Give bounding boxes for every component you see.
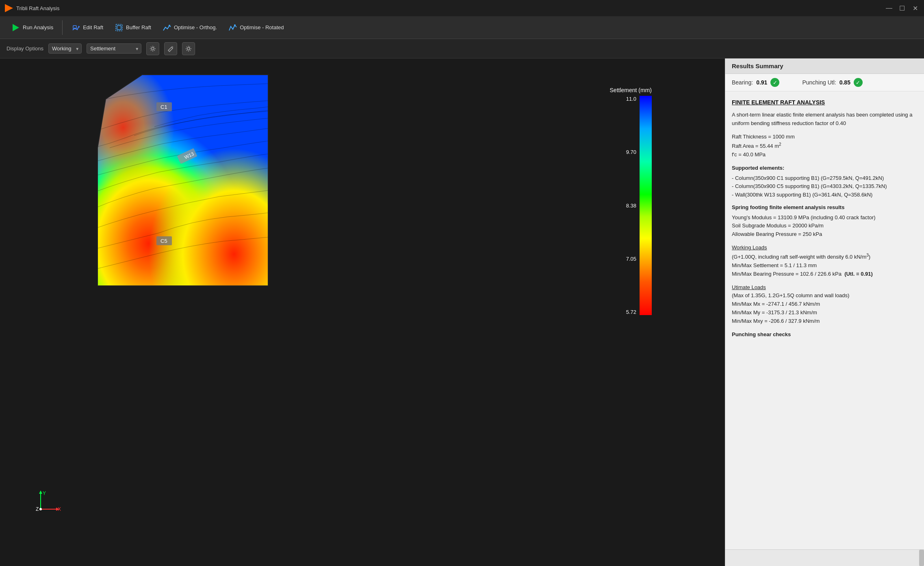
- settlement-select[interactable]: Settlement Bearing Pressure Mx My Mxy: [87, 43, 141, 54]
- svg-point-4: [234, 24, 236, 26]
- buffer-raft-button[interactable]: Buffer Raft: [110, 21, 156, 35]
- app-icon: [5, 4, 13, 12]
- optimise-rotated-icon: [228, 23, 237, 32]
- supported-elements-title: Supported elements:: [732, 164, 917, 173]
- scale-value-3: 8.38: [626, 203, 636, 209]
- scale-labels: 11.0 9.70 8.38 7.05 5.72: [626, 96, 636, 315]
- scale-value-1: 11.0: [626, 96, 636, 102]
- working-loads-desc: (G+1.00Q, including raft self-weight wit…: [732, 254, 870, 260]
- title-bar-controls: — ☐ ✕: [885, 4, 919, 12]
- soil-subgrade: Soil Subgrade Modulus = 20000 kPa/m: [732, 223, 824, 229]
- display-options-label: Display Options: [7, 45, 43, 52]
- bearing-value: 0.91: [756, 79, 767, 86]
- results-summary-row: Bearing: 0.91 ✓ Punching Utl: 0.85 ✓: [725, 74, 924, 91]
- intro-text: A short-term linear elastic finite eleme…: [732, 111, 917, 128]
- punching-shear-title: Punching shear checks: [732, 331, 917, 339]
- bearing-label: Bearing:: [732, 79, 753, 86]
- run-analysis-label: Run Analysis: [23, 24, 53, 30]
- scrollbar-track: [919, 550, 924, 566]
- scale-bar: [640, 96, 652, 315]
- working-select[interactable]: Working Ultimate: [48, 43, 82, 54]
- raft-area: Raft Area = 55.44 m2: [732, 143, 781, 149]
- youngs-modulus: Young's Modulus = 13100.9 MPa (including…: [732, 214, 876, 220]
- play-icon: [11, 23, 20, 32]
- ultimate-loads-link[interactable]: Utimate Loads: [732, 284, 766, 290]
- svg-text:Z: Z: [36, 506, 39, 512]
- svg-point-6: [187, 48, 190, 50]
- min-max-bearing: Min/Max Bearing Pressure = 102.6 / 226.6…: [732, 271, 873, 277]
- scale-value-5: 5.72: [626, 309, 636, 315]
- scale-title: Settlement (mm): [610, 87, 652, 93]
- min-max-mxy: Min/Max Mxy = -206.6 / 327.9 kNm/m: [732, 318, 820, 324]
- scroll-area: [725, 549, 924, 566]
- contour-map-svg: W13 C1 C5: [93, 67, 280, 298]
- toolbar: Run Analysis Edit Raft Buffer Raft Optim…: [0, 16, 924, 39]
- color-scale: Settlement (mm) 11.0 9.70 8.38 7.05 5.72: [610, 87, 652, 315]
- min-max-settlement: Min/Max Settlement = 5.1 / 11.3 mm: [732, 262, 817, 268]
- analysis-title: FINITE ELEMENT RAFT ANALYSIS: [732, 98, 917, 107]
- optimise-rotated-button[interactable]: Optimise - Rotated: [223, 21, 288, 35]
- allowable-bearing: Allowable Bearing Pressure = 250 kPa: [732, 231, 822, 237]
- results-content[interactable]: FINITE ELEMENT RAFT ANALYSIS A short-ter…: [725, 91, 924, 549]
- options-bar: Display Options Working Ultimate Settlem…: [0, 39, 924, 58]
- bearing-summary: Bearing: 0.91 ✓: [732, 78, 779, 87]
- viewport-panel: W13 C1 C5 Settlement (mm) 11.0: [0, 58, 725, 566]
- scale-value-4: 7.05: [626, 256, 636, 262]
- svg-point-21: [39, 508, 42, 510]
- supported-element-1: Column(350x900 C1 supporting B1) (G=2759…: [732, 174, 917, 183]
- close-button[interactable]: ✕: [911, 4, 919, 12]
- svg-rect-2: [117, 26, 121, 30]
- settings-icon-btn-2[interactable]: [182, 42, 195, 55]
- optimise-ortho-label: Optimise - Orthog.: [174, 24, 217, 30]
- min-max-my: Min/Max My = -3175.3 / 21.3 kNm/m: [732, 309, 817, 315]
- supported-element-2: Column(350x900 C5 supporting B1) (G=4303…: [732, 182, 917, 191]
- working-select-wrap: Working Ultimate: [48, 43, 82, 54]
- optimise-ortho-icon: [163, 23, 171, 32]
- spring-details: Young's Modulus = 13100.9 MPa (including…: [732, 214, 917, 239]
- min-max-mx: Min/Max Mx = -2747.1 / 456.7 kNm/m: [732, 301, 820, 307]
- fc-value: f'c = 40.0 MPa: [732, 151, 766, 158]
- edit-raft-button[interactable]: Edit Raft: [67, 21, 108, 35]
- svg-text:X: X: [58, 506, 61, 512]
- working-loads-link[interactable]: Working Loads: [732, 244, 767, 251]
- settlement-select-wrap: Settlement Bearing Pressure Mx My Mxy: [87, 43, 141, 54]
- minimize-button[interactable]: —: [885, 4, 893, 12]
- svg-text:C5: C5: [161, 238, 167, 244]
- working-loads-section: Working Loads (G+1.00Q, including raft s…: [732, 244, 917, 279]
- toolbar-separator-1: [62, 20, 63, 35]
- scrollbar-thumb[interactable]: [919, 550, 924, 566]
- edit-icon-btn[interactable]: [164, 42, 177, 55]
- main-content: W13 C1 C5 Settlement (mm) 11.0: [0, 58, 924, 566]
- maximize-button[interactable]: ☐: [898, 4, 906, 12]
- c5-element: C5: [156, 236, 172, 245]
- buffer-raft-label: Buffer Raft: [126, 24, 151, 30]
- axes-svg: Y X Z: [33, 485, 65, 517]
- results-header: Results Summary: [725, 58, 924, 74]
- buffer-raft-icon: [115, 23, 124, 32]
- punching-summary: Punching Utl: 0.85 ✓: [802, 78, 863, 87]
- spring-title: Spring footing finite element analysis r…: [732, 203, 917, 212]
- svg-marker-15: [39, 490, 42, 494]
- contour-overlay2: [98, 75, 268, 286]
- app-title: Tribli Raft Analysis: [16, 5, 59, 11]
- scale-bar-wrap: 11.0 9.70 8.38 7.05 5.72: [626, 96, 652, 315]
- settings-icon-btn-1[interactable]: [146, 42, 159, 55]
- ultimate-loads-desc: (Max of 1.35G, 1.2G+1.5Q column and wall…: [732, 292, 849, 298]
- run-analysis-button[interactable]: Run Analysis: [7, 21, 58, 35]
- ultimate-loads-section: Utimate Loads (Max of 1.35G, 1.2G+1.5Q c…: [732, 283, 917, 326]
- title-bar-left: Tribli Raft Analysis: [5, 4, 59, 12]
- title-bar: Tribli Raft Analysis — ☐ ✕: [0, 0, 924, 16]
- raft-thickness: Raft Thickness = 1000 mm Raft Area = 55.…: [732, 133, 917, 159]
- scale-value-2: 9.70: [626, 149, 636, 155]
- punching-label: Punching Utl:: [802, 79, 836, 86]
- optimise-ortho-button[interactable]: Optimise - Orthog.: [158, 21, 222, 35]
- axes-indicator: Y X Z: [33, 485, 65, 517]
- results-panel: Results Summary Bearing: 0.91 ✓ Punching…: [725, 58, 924, 566]
- optimise-rotated-label: Optimise - Rotated: [240, 24, 284, 30]
- svg-point-3: [169, 25, 170, 26]
- supported-elements-list: Column(350x900 C1 supporting B1) (G=2759…: [732, 174, 917, 199]
- punching-value: 0.85: [839, 79, 850, 86]
- c1-element: C1: [156, 102, 172, 111]
- contour-map-container: W13 C1 C5: [93, 67, 280, 298]
- bearing-check-icon: ✓: [770, 78, 779, 87]
